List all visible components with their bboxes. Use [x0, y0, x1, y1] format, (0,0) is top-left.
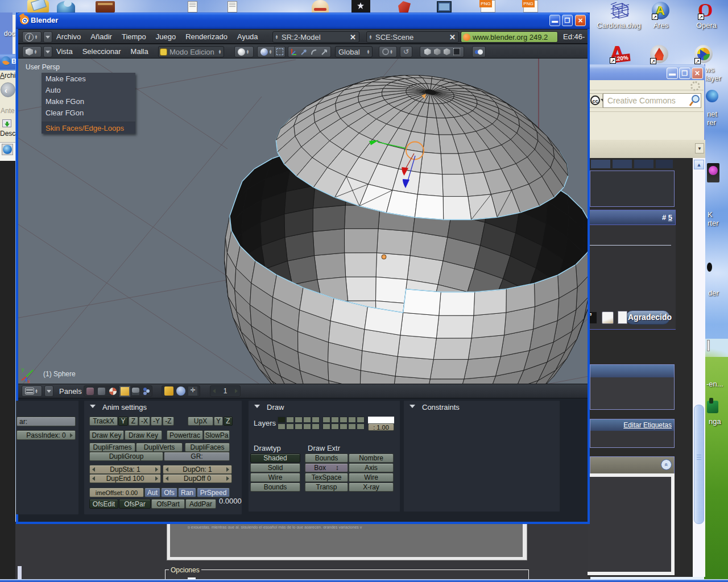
svg-text:y: y: [22, 367, 24, 372]
svg-text:x: x: [27, 379, 30, 384]
